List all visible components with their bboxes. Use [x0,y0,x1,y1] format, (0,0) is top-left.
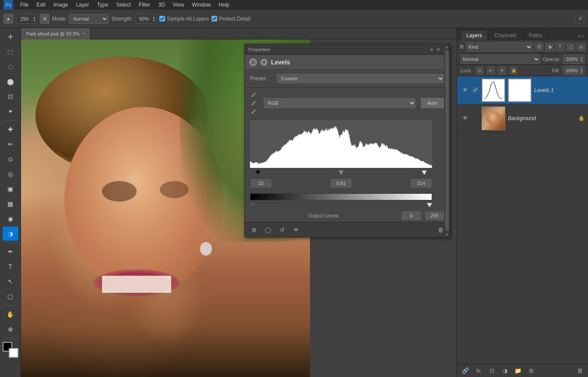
black-point-eyedropper[interactable]: 🖉 [250,91,257,98]
preset-dropdown[interactable]: Custom [276,73,444,84]
menu-layer[interactable]: Layer [72,1,92,9]
output-shadow-slider[interactable] [250,203,255,207]
eyedropper-tool[interactable]: ✦ [3,104,18,118]
shadow-level-input[interactable] [250,178,272,188]
new-group-btn[interactable]: 📁 [513,366,523,376]
white-point-eyedropper[interactable]: 🖉 [250,108,257,115]
opacity-up-btn[interactable]: ▲ [580,56,583,59]
scroll-down-arrow[interactable]: ▼ [444,232,450,237]
path-select-tool[interactable]: ↖ [3,274,18,288]
healing-brush-tool[interactable]: ✚ [3,122,18,136]
properties-options-btn[interactable]: ≡ [430,47,433,52]
smart-filter-btn[interactable]: ◎ [577,43,585,51]
add-style-btn[interactable]: fx [474,366,483,376]
brush-size-input[interactable] [16,14,33,24]
layer-mask-levels1[interactable] [508,78,532,102]
text-filter-btn[interactable]: T [556,43,564,51]
add-mask-btn[interactable]: ⊡ [487,366,496,376]
menu-image[interactable]: Image [50,1,71,9]
size-down-btn[interactable]: ▼ [33,19,36,22]
protect-detail-checkbox[interactable] [211,16,217,21]
eraser-tool[interactable]: ▣ [3,182,18,196]
clone-stamp-tool[interactable]: ⊙ [3,152,18,166]
delete-btn[interactable]: 🗑 [436,225,445,235]
highlight-level-input[interactable] [410,178,432,188]
menu-edit[interactable]: Edit [33,1,49,9]
shape-tool[interactable]: ▢ [3,289,18,303]
output-highlight-slider[interactable] [427,203,432,207]
fg-bg-color-swatch[interactable] [3,342,18,358]
history-brush-tool[interactable]: ◎ [3,167,18,181]
menu-window[interactable]: Window [189,1,215,9]
new-layer-btn[interactable]: ⊞ [526,366,536,376]
blend-mode-dropdown[interactable]: Normal [461,54,540,64]
menu-type[interactable]: Type [93,1,112,9]
new-adjustment-btn[interactable]: ◑ [500,366,510,376]
menu-view[interactable]: View [169,1,188,9]
panel-menu-btn[interactable]: ≡ [578,33,581,40]
view-previous-btn[interactable]: ◯ [263,225,273,235]
crop-tool[interactable]: ⊡ [3,89,18,103]
menu-filter[interactable]: Filter [135,1,154,9]
tab-close-btn[interactable]: × [82,31,85,36]
highlight-input-slider[interactable] [422,171,427,175]
auto-button[interactable]: Auto [420,97,444,109]
scroll-up-arrow[interactable]: ▲ [444,44,450,50]
lock-transparent-btn[interactable]: ⊡ [475,67,483,75]
brush-tool[interactable]: ✏ [3,137,18,151]
brush-options-btn[interactable]: ⊞ [40,14,49,24]
text-tool[interactable]: T [3,260,18,274]
layers-tab[interactable]: Layers [461,30,488,40]
opacity-input[interactable] [563,54,580,64]
strength-up-btn[interactable]: ▲ [152,16,155,19]
healing-options-btn[interactable]: ↺ [575,14,584,24]
lock-position-btn[interactable]: ✛ [498,67,506,75]
properties-close-btn[interactable]: × [437,46,440,53]
panel-collapse-btn[interactable]: « [582,33,584,40]
opacity-down-btn[interactable]: ▼ [580,59,583,62]
document-tab[interactable]: Park shoot.psd @ 20.3% × [21,28,91,39]
background-color[interactable] [9,348,18,358]
menu-help[interactable]: Help [215,1,233,9]
quick-select-tool[interactable]: ⬤ [3,75,18,89]
blur-tool[interactable]: ◉ [3,212,18,226]
menu-select[interactable]: Select [113,1,134,9]
midtone-input-slider[interactable] [338,171,344,175]
zoom-tool[interactable]: ⊕ [3,322,18,336]
kind-filter-dropdown[interactable]: Kind [466,42,533,52]
shadow-input-slider[interactable] [255,171,261,175]
reset-btn[interactable]: ↺ [277,225,287,235]
move-tool[interactable]: ✛ [3,30,18,44]
link-layers-btn[interactable]: 🔗 [461,366,470,376]
visibility-icon[interactable]: ● [261,59,268,66]
marquee-tool[interactable]: ⬚ [3,45,18,59]
layer-item-background[interactable]: 👁 Background 🔒 [457,104,588,132]
output-highlight-input[interactable] [425,211,444,221]
fill-down-btn[interactable]: ▼ [580,71,583,74]
menu-file[interactable]: File [17,1,32,9]
fill-input[interactable] [563,66,580,75]
size-up-btn[interactable]: ▲ [33,16,36,19]
lasso-tool[interactable]: ◌ [3,60,18,74]
clip-to-layer-btn[interactable]: ⊞ [249,225,259,235]
delete-layer-btn[interactable]: 🗑 [575,366,584,376]
gray-point-eyedropper[interactable]: 🖉 [250,100,257,107]
tool-preset-picker[interactable]: ▲ [4,14,13,24]
sample-all-layers-checkbox[interactable] [159,16,165,21]
dodge-tool[interactable]: ◑ [3,227,18,241]
layer-visibility-background[interactable]: 👁 [461,114,469,123]
adjustment-filter-btn[interactable]: ◑ [545,43,554,51]
lock-all-btn[interactable]: 🔒 [510,67,518,75]
fill-up-btn[interactable]: ▲ [580,68,583,71]
strength-input[interactable] [136,16,152,21]
scroll-thumb[interactable] [445,50,449,231]
midtone-level-input[interactable] [330,178,352,188]
gradient-tool[interactable]: ▦ [3,197,18,211]
strength-down-btn[interactable]: ▼ [152,19,155,22]
channel-dropdown[interactable]: RGB [263,97,416,109]
layer-item-levels1[interactable]: 👁 🔗 Levels 1 [457,76,588,104]
layer-visibility-levels1[interactable]: 👁 [461,86,469,95]
mode-dropdown[interactable]: Normal [69,14,109,24]
lock-pixels-btn[interactable]: ✏ [487,67,495,75]
pixel-filter-btn[interactable]: ⊡ [535,43,543,51]
